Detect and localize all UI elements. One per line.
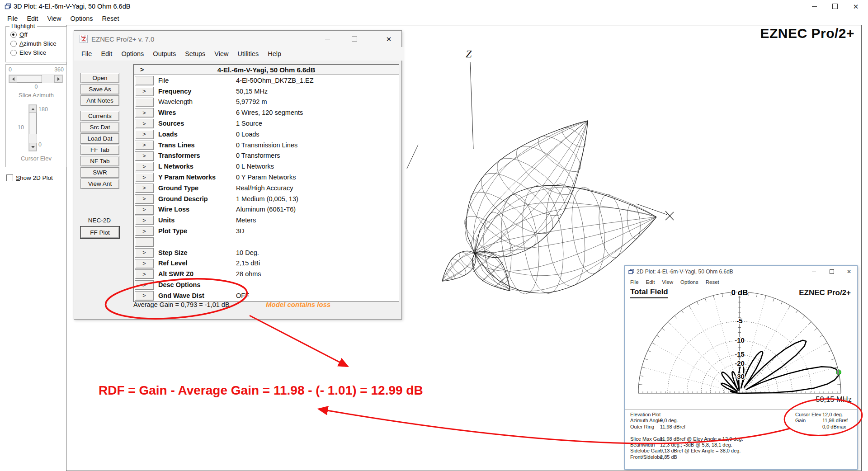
table-row[interactable]: >Y Param Networks0 Y Param Networks	[134, 172, 399, 183]
elev-scroll-down-button[interactable]	[29, 143, 37, 151]
elev-scrollbar[interactable]	[28, 104, 37, 151]
row-expand-button[interactable]: >	[135, 216, 154, 225]
eznec-close-button[interactable]: ✕	[380, 31, 398, 47]
row-expand-button[interactable]: >	[135, 173, 154, 182]
show-2d-plot-checkbox[interactable]: Show 2D Plot	[6, 174, 53, 181]
row-expand-button[interactable]: >	[135, 259, 154, 268]
eznec-maximize-button[interactable]	[345, 31, 363, 47]
row-expand-button[interactable]: >	[135, 108, 154, 118]
maximize-button[interactable]	[825, 0, 845, 13]
stat-line: 0,0 dBmax	[795, 424, 848, 430]
stat-line: Elevation Plot	[630, 412, 743, 418]
menu-item-edit[interactable]: Edit	[96, 49, 117, 59]
svg-text:-10: -10	[735, 336, 745, 344]
header-expand-arrow[interactable]: >	[140, 66, 144, 73]
menu-item-help[interactable]: Help	[263, 49, 286, 59]
average-gain-status: Average Gain = 0,793 = -1,01 dB	[133, 301, 230, 308]
azimuth-scroll-left-button[interactable]	[9, 75, 17, 83]
row-expand-button[interactable]: >	[135, 269, 154, 279]
elev-scroll-up-button[interactable]	[29, 105, 37, 113]
close-button[interactable]: ✕	[845, 0, 866, 13]
menu-item-reset[interactable]: Reset	[98, 14, 124, 24]
table-row[interactable]: >Transformers0 Transformers	[134, 151, 399, 161]
row-expand-button[interactable]: >	[135, 162, 154, 171]
row-expand-button[interactable]: >	[135, 151, 154, 161]
elev-scroll-thumb[interactable]	[29, 113, 37, 134]
row-label: File	[158, 77, 169, 84]
table-row[interactable]: >Loads0 Loads	[134, 129, 399, 140]
ff-plot-button[interactable]: FF Plot	[80, 226, 119, 238]
button-view-ant[interactable]: View Ant	[80, 179, 119, 189]
radio-elev-slice[interactable]: Elev Slice	[10, 49, 46, 56]
row-expand-button[interactable]: >	[135, 226, 154, 236]
stat-line: Cursor Elev12,0 deg.	[795, 412, 848, 418]
row-expand-button[interactable]: >	[135, 87, 154, 96]
row-expand-button[interactable]: >	[135, 205, 154, 215]
radio-off-control[interactable]	[10, 32, 17, 38]
radio-off[interactable]: Off	[10, 31, 28, 38]
table-row[interactable]: File4-El-50Ohm_DK7ZB_1.EZ	[134, 75, 399, 86]
radio-azimuth-label: Azimuth Slice	[19, 40, 57, 47]
row-expand-button[interactable]: >	[135, 248, 154, 258]
frequency-label: 50,15 MHz	[816, 395, 852, 404]
table-row[interactable]: >L Networks0 L Networks	[134, 161, 399, 172]
table-row[interactable]: >UnitsMeters	[134, 215, 399, 226]
menu-item-file[interactable]: File	[77, 49, 96, 59]
button-currents[interactable]: Currents	[80, 111, 119, 121]
table-row[interactable]: >Gnd Wave DistOFF	[134, 290, 399, 301]
row-expand-button[interactable]: >	[135, 130, 154, 139]
row-expand-button[interactable]: >	[135, 119, 154, 128]
azimuth-scrollbar[interactable]	[9, 75, 63, 83]
menu-item-edit[interactable]: Edit	[22, 14, 42, 24]
show-2d-checkbox-control[interactable]	[6, 174, 13, 181]
menu-item-setups[interactable]: Setups	[180, 49, 210, 59]
row-label: Gnd Wave Dist	[158, 292, 204, 299]
button-swr[interactable]: SWR	[80, 167, 119, 178]
table-row[interactable]: >Ref Level2,15 dBi	[134, 258, 399, 269]
menu-item-view[interactable]: View	[42, 14, 66, 24]
button-open[interactable]: Open	[80, 73, 119, 83]
table-row[interactable]: >Ground TypeReal/High Accuracy	[134, 183, 399, 193]
radio-azimuth-control[interactable]	[10, 41, 17, 47]
button-save-as[interactable]: Save As	[80, 84, 119, 94]
row-label: Sources	[158, 120, 184, 127]
table-row[interactable]: >Plot Type3D	[134, 226, 399, 236]
svg-text:-15: -15	[735, 350, 745, 358]
radio-azimuth-slice[interactable]: Azimuth Slice	[10, 40, 57, 47]
menu-item-options[interactable]: Options	[66, 14, 98, 24]
azimuth-scroll-right-button[interactable]	[54, 75, 62, 83]
menu-item-utilities[interactable]: Utilities	[233, 49, 263, 59]
menu-item-file[interactable]: File	[3, 14, 22, 24]
table-row[interactable]: Wavelength5,97792 m	[134, 97, 399, 108]
menu-item-view[interactable]: View	[210, 49, 233, 59]
row-expand-button[interactable]: >	[135, 184, 154, 193]
button-ff-tab[interactable]: FF Tab	[80, 145, 119, 155]
azimuth-scroll-thumb[interactable]	[17, 75, 42, 83]
table-row[interactable]: >Wire LossAluminum (6061-T6)	[134, 204, 399, 215]
button-load-dat[interactable]: Load Dat	[80, 133, 119, 144]
menu-item-options[interactable]: Options	[117, 49, 148, 59]
table-row[interactable]: >Frequency50,15 MHz	[134, 86, 399, 97]
table-row[interactable]	[134, 236, 399, 247]
main-menubar: FileEditViewOptionsReset	[0, 13, 868, 24]
table-row[interactable]: >Ground Descrip1 Medium (0,005, 13)	[134, 193, 399, 204]
main-window-titlebar: 3D Plot: 4-El.-6m-V-Yagi, 50 Ohm 6.6dB ✕	[0, 0, 868, 13]
row-expand-button[interactable]: >	[135, 280, 154, 290]
eznec-minimize-button[interactable]	[318, 31, 336, 47]
table-row[interactable]: >Step Size10 Deg.	[134, 247, 399, 258]
row-expand-button[interactable]: >	[135, 194, 154, 204]
button-nf-tab[interactable]: NF Tab	[80, 156, 119, 166]
table-row[interactable]: >Wires6 Wires, 120 segments	[134, 107, 399, 118]
row-expand-button[interactable]: >	[135, 291, 154, 301]
button-src-dat[interactable]: Src Dat	[80, 122, 119, 132]
minimize-button[interactable]	[804, 0, 825, 13]
button-ant-notes[interactable]: Ant Notes	[80, 95, 119, 106]
table-row[interactable]: >Sources1 Source	[134, 118, 399, 129]
table-row[interactable]: >Trans Lines0 Transmission Lines	[134, 140, 399, 151]
table-row[interactable]: >Desc Options	[134, 279, 399, 290]
menu-item-outputs[interactable]: Outputs	[148, 49, 180, 59]
table-row[interactable]: >Alt SWR Z028 ohms	[134, 268, 399, 279]
row-expand-button[interactable]: >	[135, 141, 154, 150]
radio-elev-control[interactable]	[10, 50, 17, 56]
row-label: Wavelength	[158, 98, 193, 105]
